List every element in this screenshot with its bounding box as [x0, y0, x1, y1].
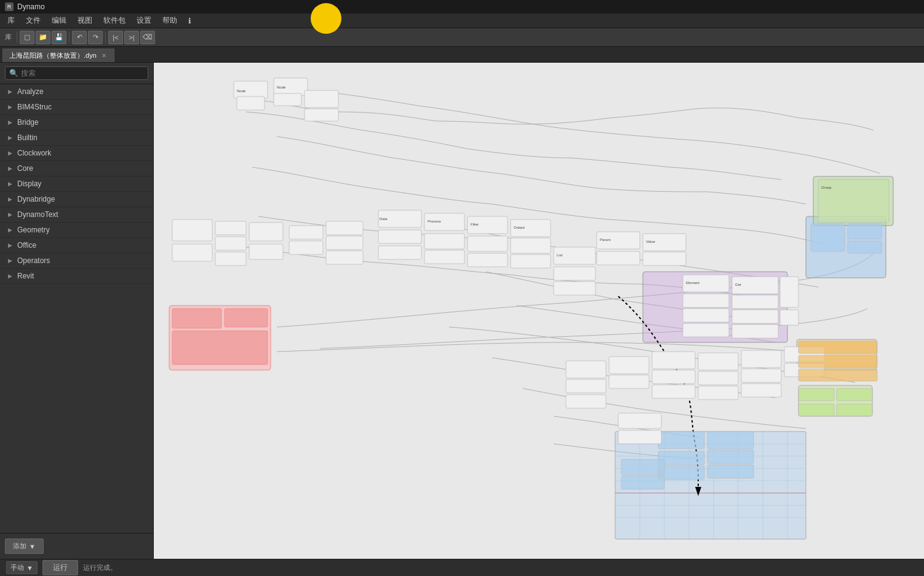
toolbar-separator-1 [17, 32, 17, 43]
sidebar-item-label: Analyze [17, 87, 44, 96]
sidebar-item-label: Operators [17, 256, 50, 265]
tab-label: 上海昆阳路（整体放置）.dyn [9, 51, 97, 60]
menu-file[interactable]: 文件 [21, 14, 46, 27]
svg-rect-74 [698, 371, 738, 385]
svg-text:Filter: Filter [471, 223, 479, 226]
node-boxes-top [172, 78, 889, 268]
sidebar-item-office[interactable]: ▶ Office [0, 238, 153, 253]
svg-rect-31 [326, 251, 363, 264]
menu-library[interactable]: 库 [2, 14, 20, 27]
svg-rect-18 [305, 90, 338, 108]
svg-rect-61 [732, 310, 778, 323]
svg-rect-76 [741, 350, 781, 368]
arrow-icon: ▶ [6, 195, 14, 203]
canvas-area[interactable]: Node Node Data Process Filter Output Par… [154, 63, 924, 559]
search-input[interactable] [21, 69, 144, 77]
svg-rect-90 [658, 466, 704, 479]
search-wrapper: 🔍 [5, 66, 148, 80]
svg-text:List: List [557, 253, 563, 257]
svg-rect-58 [683, 323, 729, 337]
toolbar-separator-3 [105, 32, 106, 43]
toolbar-open-btn[interactable]: 📁 [36, 31, 50, 44]
svg-text:Output: Output [514, 226, 525, 229]
sidebar-item-core[interactable]: ▶ Core [0, 161, 153, 176]
tab-main[interactable]: 上海昆阳路（整体放置）.dyn ✕ [2, 49, 114, 62]
svg-rect-62 [732, 325, 778, 338]
sidebar-item-dynamotext[interactable]: ▶ DynamoText [0, 207, 153, 223]
svg-text:Param: Param [600, 238, 611, 242]
sidebar-item-builtin[interactable]: ▶ Builtin [0, 130, 153, 146]
sidebar-item-label: Clockwork [17, 149, 51, 157]
sidebar-item-label: Revit [17, 272, 34, 280]
sidebar-item-label: Dynabridge [17, 195, 55, 203]
tab-close-btn[interactable]: ✕ [100, 52, 108, 59]
toolbar-nav2-btn[interactable]: >| [124, 31, 139, 44]
menu-help[interactable]: 帮助 [157, 14, 182, 27]
toolbar-nav1-btn[interactable]: |< [108, 31, 123, 44]
svg-rect-92 [707, 450, 754, 464]
arrow-icon: ▶ [6, 88, 14, 95]
sidebar-item-label: Builtin [17, 133, 38, 142]
svg-rect-73 [698, 353, 738, 370]
svg-rect-100 [172, 331, 268, 365]
menu-packages[interactable]: 软件包 [98, 14, 130, 27]
toolbar-redo-btn[interactable]: ↷ [88, 31, 103, 44]
svg-rect-87 [837, 404, 872, 416]
run-button[interactable]: 运行 [42, 560, 78, 575]
svg-rect-43 [511, 254, 551, 268]
menu-bar: 库 文件 编辑 视图 软件包 设置 帮助 ℹ [0, 14, 924, 28]
sidebar-item-display[interactable]: ▶ Display [0, 176, 153, 192]
arrow-icon: ▶ [6, 257, 14, 264]
app-title: Dynamo [17, 2, 45, 11]
svg-rect-26 [249, 244, 283, 259]
svg-rect-70 [652, 352, 695, 369]
sidebar-item-analyze[interactable]: ▶ Analyze [0, 84, 153, 100]
library-list: ▶ Analyze ▶ BIM4Struc ▶ Bridge ▶ Builtin… [0, 84, 153, 533]
svg-rect-34 [378, 246, 421, 259]
arrow-icon: ▶ [6, 119, 14, 126]
svg-rect-72 [652, 385, 695, 398]
run-mode-select[interactable]: 手动 ▼ [6, 561, 38, 574]
toolbar-new-btn[interactable]: ▢ [20, 31, 34, 44]
toolbar-nav3-btn[interactable]: ⌫ [140, 31, 155, 44]
sidebar-item-geometry[interactable]: ▶ Geometry [0, 223, 153, 238]
sidebar-item-label: Office [17, 241, 36, 250]
svg-rect-86 [799, 404, 834, 416]
svg-rect-57 [683, 309, 729, 322]
menu-info[interactable]: ℹ [183, 15, 196, 26]
svg-text:Get: Get [735, 283, 741, 286]
toolbar: 库 ▢ 📁 💾 ↶ ↷ |< >| ⌫ [0, 28, 924, 47]
svg-rect-20 [172, 219, 212, 241]
svg-rect-33 [378, 230, 421, 243]
toolbar-undo-btn[interactable]: ↶ [72, 31, 87, 44]
menu-view[interactable]: 视图 [73, 14, 97, 27]
sidebar-item-dynabridge[interactable]: ▶ Dynabridge [0, 192, 153, 207]
sidebar-item-revit[interactable]: ▶ Revit [0, 269, 153, 284]
svg-rect-83 [799, 369, 877, 381]
sidebar-item-operators[interactable]: ▶ Operators [0, 253, 153, 269]
sidebar-item-bim4struc[interactable]: ▶ BIM4Struc [0, 100, 153, 115]
main-layout: 🔍 ▶ Analyze ▶ BIM4Struc ▶ Bridge ▶ Built… [0, 63, 924, 559]
sidebar-item-clockwork[interactable]: ▶ Clockwork [0, 146, 153, 161]
svg-rect-28 [289, 241, 323, 254]
svg-rect-69 [609, 375, 649, 389]
svg-rect-64 [780, 310, 799, 325]
svg-rect-89 [658, 451, 704, 465]
svg-text:Data: Data [380, 217, 388, 221]
svg-rect-94 [618, 413, 661, 428]
add-button[interactable]: 添加 ▼ [5, 539, 44, 554]
svg-rect-95 [618, 430, 661, 444]
svg-rect-40 [468, 253, 508, 267]
svg-text:Node: Node [277, 85, 286, 89]
svg-rect-47 [643, 252, 686, 266]
sidebar-item-bridge[interactable]: ▶ Bridge [0, 115, 153, 130]
menu-edit[interactable]: 编辑 [47, 14, 71, 27]
sidebar: 🔍 ▶ Analyze ▶ BIM4Struc ▶ Bridge ▶ Built… [0, 63, 154, 559]
menu-settings[interactable]: 设置 [132, 14, 156, 27]
svg-rect-97 [621, 476, 664, 489]
status-bar: 手动 ▼ 运行 运行完成。 [0, 559, 924, 576]
svg-text:Process: Process [428, 219, 441, 223]
arrow-icon: ▶ [6, 242, 14, 249]
svg-rect-37 [424, 250, 464, 264]
toolbar-save-btn[interactable]: 💾 [52, 31, 66, 44]
